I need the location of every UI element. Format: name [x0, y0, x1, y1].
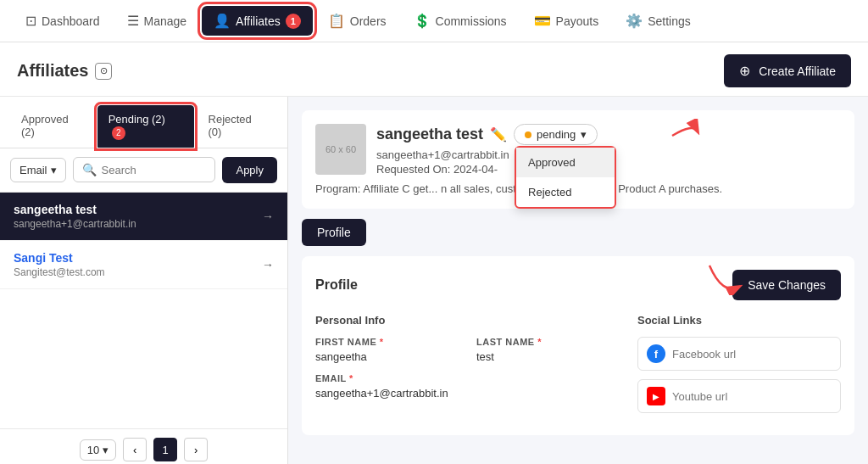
- arrow-right-icon-2: →: [262, 258, 274, 271]
- last-name-field: LAST NAME * test: [476, 337, 624, 363]
- affiliate-email-2: Sangitest@test.com: [14, 266, 105, 278]
- first-name-label: FIRST NAME *: [315, 337, 463, 347]
- filter-select-wrapper[interactable]: Email ▾: [10, 158, 66, 182]
- status-dropdown[interactable]: pending ▾ Approved Rejected: [514, 124, 598, 145]
- status-option-approved[interactable]: Approved: [516, 148, 615, 177]
- nav-item-commissions[interactable]: 💲 Commissions: [402, 6, 519, 36]
- top-nav: ⊡ Dashboard ☰ Manage 👤 Affiliates 1 📋 Or…: [0, 0, 868, 42]
- personal-info-label: Personal Info: [315, 314, 624, 327]
- affiliate-email-1: sangeetha+1@cartrabbit.in: [14, 218, 136, 230]
- red-arrow-to-save: [705, 261, 748, 295]
- pagination: 10 ▾ ‹ 1 ›: [0, 428, 287, 464]
- email-value: sangeetha+1@cartrabbit.in: [315, 387, 624, 400]
- page-1-button[interactable]: 1: [153, 438, 177, 461]
- create-affiliate-button[interactable]: ⊕Create Affiliate: [724, 54, 851, 87]
- profile-section-title: Profile: [315, 277, 358, 293]
- tab-approved[interactable]: Approved (2): [10, 105, 94, 148]
- save-changes-button[interactable]: Save Changes: [732, 270, 841, 300]
- affiliate-name-1: sangeetha test: [14, 203, 136, 216]
- youtube-icon: ▶: [647, 387, 665, 405]
- required-star-2: *: [537, 337, 542, 347]
- nav-item-settings[interactable]: ⚙️ Settings: [614, 6, 703, 36]
- tab-pending[interactable]: Pending (2) 2: [97, 105, 194, 148]
- settings-icon: ⚙️: [626, 13, 643, 29]
- dashboard-icon: ⊡: [25, 13, 36, 29]
- payouts-icon: 💳: [534, 13, 551, 29]
- status-option-rejected[interactable]: Rejected: [516, 177, 615, 207]
- required-star-3: *: [349, 373, 353, 383]
- profile-tabs: Profile: [302, 219, 854, 246]
- right-panel: 60 x 60 sangeetha test ✏️ pending ▾: [288, 97, 868, 464]
- orders-icon: 📋: [328, 13, 345, 29]
- per-page-select-wrapper[interactable]: 10 ▾: [80, 439, 116, 461]
- personal-info-section: Personal Info FIRST NAME * sangeetha LAS…: [315, 314, 624, 422]
- first-name-field: FIRST NAME * sangeetha: [315, 337, 463, 363]
- nav-badge-affiliates: 1: [286, 14, 301, 29]
- search-icon: 🔍: [82, 163, 97, 176]
- affiliate-detail-card: 60 x 60 sangeetha test ✏️ pending ▾: [302, 110, 854, 209]
- youtube-input-wrapper: ▶: [637, 379, 841, 413]
- per-page-value: 10: [87, 444, 99, 456]
- affiliate-item[interactable]: sangeetha test sangeetha+1@cartrabbit.in…: [0, 193, 287, 241]
- avatar-placeholder: 60 x 60: [315, 124, 366, 175]
- page-title-icon[interactable]: ⊙: [95, 63, 112, 80]
- social-links-section: Social Links f ▶: [637, 314, 841, 422]
- filter-row: Email ▾ 🔍 Apply: [0, 148, 287, 193]
- nav-item-manage[interactable]: ☰ Manage: [115, 6, 199, 36]
- arrow-right-icon-1: →: [262, 210, 274, 223]
- filter-select-label: Email: [19, 164, 47, 176]
- nav-item-affiliates[interactable]: 👤 Affiliates 1: [202, 6, 313, 36]
- first-name-value: sangeetha: [315, 350, 463, 363]
- status-dropdown-menu: Approved Rejected: [515, 146, 616, 209]
- status-chevron-icon: ▾: [581, 128, 587, 141]
- facebook-input-wrapper: f: [637, 337, 841, 371]
- social-links-label: Social Links: [637, 314, 841, 327]
- profile-section-card: Profile Save Changes Personal Info: [302, 256, 854, 435]
- commissions-icon: 💲: [414, 13, 431, 29]
- last-name-label: LAST NAME *: [476, 337, 624, 347]
- page-header: Affiliates ⊙ ⊕Create Affiliate: [0, 42, 868, 97]
- nav-item-orders[interactable]: 📋 Orders: [316, 6, 398, 36]
- tab-profile[interactable]: Profile: [302, 219, 366, 246]
- status-label: pending: [537, 128, 576, 141]
- next-page-button[interactable]: ›: [184, 438, 208, 461]
- nav-item-dashboard[interactable]: ⊡ Dashboard: [14, 6, 112, 36]
- pending-badge: 2: [112, 126, 125, 140]
- youtube-url-input[interactable]: [672, 390, 832, 403]
- affiliate-detail-name: sangeetha test: [376, 126, 483, 143]
- facebook-url-input[interactable]: [672, 348, 832, 361]
- chevron-down-icon: ▾: [51, 164, 57, 176]
- email-field: EMAIL * sangeetha+1@cartrabbit.in: [315, 373, 624, 400]
- prev-page-button[interactable]: ‹: [123, 438, 147, 461]
- sidebar: Approved (2) Pending (2) 2 Rejected (0) …: [0, 97, 288, 464]
- nav-item-payouts[interactable]: 💳 Payouts: [522, 6, 611, 36]
- affiliate-list: sangeetha test sangeetha+1@cartrabbit.in…: [0, 193, 287, 429]
- status-dot: [525, 131, 531, 138]
- sidebar-tabs: Approved (2) Pending (2) 2 Rejected (0): [0, 97, 287, 148]
- red-arrow-to-dropdown: [668, 119, 702, 144]
- facebook-icon: f: [647, 344, 665, 363]
- search-input-wrapper: 🔍: [73, 157, 216, 182]
- required-star-1: *: [380, 337, 384, 347]
- apply-button[interactable]: Apply: [222, 157, 277, 183]
- last-name-value: test: [476, 350, 624, 363]
- tab-rejected[interactable]: Rejected (0): [198, 105, 277, 148]
- edit-affiliate-icon[interactable]: ✏️: [490, 126, 507, 143]
- affiliate-item-2[interactable]: Sangi Test Sangitest@test.com →: [0, 241, 287, 289]
- plus-circle-icon: ⊕: [739, 63, 750, 79]
- manage-icon: ☰: [127, 13, 139, 29]
- email-label: EMAIL *: [315, 373, 624, 383]
- search-input[interactable]: [102, 164, 207, 176]
- page-title: Affiliates: [17, 61, 88, 81]
- affiliate-name-2: Sangi Test: [14, 251, 105, 265]
- per-page-chevron-icon: ▾: [103, 444, 108, 456]
- affiliates-icon: 👤: [214, 13, 231, 29]
